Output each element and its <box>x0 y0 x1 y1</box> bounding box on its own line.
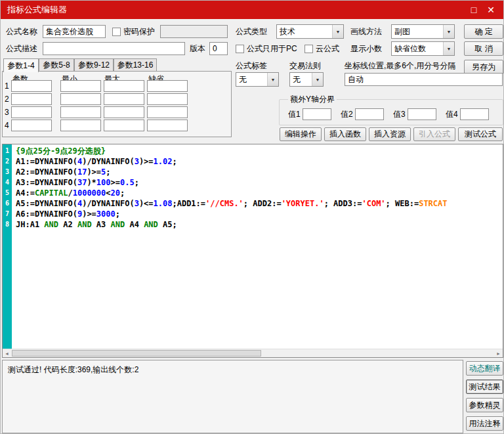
tab-params-1-4[interactable]: 参数1-4 <box>3 58 39 72</box>
line-number: 8 <box>3 219 12 230</box>
usage-note-button[interactable]: 用法注释 <box>466 416 503 431</box>
decimals-combo[interactable]: 缺省位数 ▼ <box>391 41 455 56</box>
tab-params-9-12[interactable]: 参数9-12 <box>74 58 114 72</box>
y-value-label-3: 值3 <box>393 108 406 120</box>
dropdown-arrow-icon[interactable]: ▼ <box>443 42 454 55</box>
dynamic-translate-button[interactable]: 动态翻译 <box>466 361 503 376</box>
line-number: 3 <box>3 167 12 177</box>
code-line[interactable]: A3:=DYNAINFO(37)*100>=0.5; <box>16 177 503 188</box>
password-protect-checkbox[interactable] <box>112 28 121 36</box>
import-formula-button: 引入公式 <box>413 127 455 141</box>
code-line[interactable]: {9点25分-9点29分选股} <box>16 146 503 156</box>
code-line[interactable]: A6:=DYNAINFO(9)>=3000; <box>16 209 503 219</box>
param-input-r3c4[interactable] <box>147 106 188 118</box>
formula-name-label: 公式名称 <box>6 25 37 38</box>
tab-params-13-16[interactable]: 参数13-16 <box>114 58 157 72</box>
code-area[interactable]: {9点25分-9点29分选股}A1:=DYNAINFO(4)/DYNAINFO(… <box>12 144 503 349</box>
password-protect-label[interactable]: 密码保护 <box>123 25 155 38</box>
titlebar: 指标公式编辑器 □ ✕ <box>1 1 503 19</box>
line-number: 1 <box>3 146 12 156</box>
y-value-input-1[interactable] <box>303 108 331 120</box>
scroll-right-icon[interactable]: ► <box>494 349 503 357</box>
param-input-r1c3[interactable] <box>104 80 144 92</box>
code-line[interactable]: A5:=DYNAINFO(4)/DYNAINFO(3)<=1.08;ADD1:=… <box>16 198 503 209</box>
code-line[interactable]: A4:=CAPITAL/1000000<20; <box>16 188 503 198</box>
version-input[interactable]: 0 <box>209 42 228 55</box>
formula-editor-window: 指标公式编辑器 □ ✕ 公式名称 集合竞价选股 密码保护 公式类型 技术 ▼ 画… <box>0 0 504 434</box>
y-value-label-4: 值4 <box>446 108 458 120</box>
dropdown-arrow-icon[interactable]: ▼ <box>267 73 278 86</box>
dropdown-arrow-icon[interactable]: ▼ <box>332 25 343 38</box>
tab-params-5-8[interactable]: 参数5-8 <box>39 58 74 72</box>
status-panel: 测试通过! 代码长度:369,输出线个数:2 <box>2 360 463 433</box>
dropdown-arrow-icon[interactable]: ▼ <box>312 73 323 86</box>
param-wizard-button[interactable]: 参数精灵 <box>466 398 503 412</box>
test-result-button[interactable]: 测试结果 <box>466 380 503 394</box>
insert-resource-button[interactable]: 插入资源 <box>369 127 411 141</box>
formula-name-input[interactable]: 集合竞价选股 <box>43 25 106 38</box>
param-input-r4c2[interactable] <box>60 119 101 131</box>
y-value-input-3[interactable] <box>408 108 436 120</box>
coord-label: 坐标线位置,最多6个,用分号分隔 <box>345 59 455 72</box>
param-input-r4c1[interactable] <box>11 119 52 131</box>
param-row-label-2: 2 <box>5 93 9 106</box>
save-as-button[interactable]: 另存为 <box>464 60 503 74</box>
coord-input[interactable]: 自动 <box>345 73 503 86</box>
decimals-label: 显示小数 <box>350 42 382 55</box>
formula-type-combo[interactable]: 技术 ▼ <box>276 24 344 39</box>
code-line[interactable]: JH:A1 AND A2 AND A3 AND A4 AND A5; <box>16 219 503 230</box>
code-editor[interactable]: 12345678 {9点25分-9点29分选股}A1:=DYNAINFO(4)/… <box>2 144 503 358</box>
close-icon[interactable]: ✕ <box>482 3 499 17</box>
pc-only-label[interactable]: 公式只用于PC <box>247 42 297 55</box>
password-input[interactable] <box>160 25 228 38</box>
formula-desc-input[interactable] <box>43 42 185 55</box>
code-line[interactable]: A2:=DYNAINFO(17)>=5; <box>16 167 503 177</box>
cancel-button[interactable]: 取 消 <box>464 41 503 56</box>
param-row-label-1: 1 <box>5 79 9 93</box>
draw-method-label: 画线方法 <box>350 25 382 38</box>
y-value-input-2[interactable] <box>355 108 384 120</box>
dropdown-arrow-icon[interactable]: ▼ <box>443 25 454 38</box>
pc-only-checkbox[interactable] <box>236 45 244 53</box>
maximize-icon[interactable]: □ <box>465 3 482 17</box>
param-input-r4c4[interactable] <box>147 119 188 131</box>
code-line[interactable]: A1:=DYNAINFO(4)/DYNAINFO(3)>=1.02; <box>16 156 503 167</box>
line-number: 5 <box>3 188 12 198</box>
ok-button[interactable]: 确 定 <box>464 24 503 39</box>
param-row-label-4: 4 <box>5 119 9 132</box>
h-scrollbar[interactable]: ◄ ► <box>3 349 503 357</box>
param-input-r1c4[interactable] <box>147 80 188 92</box>
cloud-formula-label[interactable]: 云公式 <box>316 42 339 55</box>
insert-function-button[interactable]: 插入函数 <box>324 127 366 141</box>
param-input-r3c3[interactable] <box>104 106 144 118</box>
formula-tag-label: 公式标签 <box>236 59 267 72</box>
draw-method-combo[interactable]: 副图 ▼ <box>391 24 455 39</box>
edit-ops-button[interactable]: 编辑操作 <box>280 127 322 141</box>
param-tabs: 参数1-4参数5-8参数9-12参数13-16 <box>1 58 232 72</box>
param-input-r2c3[interactable] <box>104 93 144 105</box>
param-input-r2c2[interactable] <box>60 93 101 105</box>
line-number: 6 <box>3 198 12 209</box>
line-number: 2 <box>3 156 12 167</box>
test-formula-button[interactable]: 测试公式 <box>458 127 503 141</box>
h-scroll-thumb[interactable] <box>12 350 261 357</box>
param-input-r4c3[interactable] <box>104 119 144 131</box>
param-input-r3c1[interactable] <box>11 106 52 118</box>
y-value-label-2: 值2 <box>341 108 353 120</box>
line-number-gutter: 12345678 <box>3 144 12 349</box>
param-input-r1c1[interactable] <box>11 80 52 92</box>
formula-type-label: 公式类型 <box>236 25 267 38</box>
formula-desc-label: 公式描述 <box>6 42 37 55</box>
formula-tag-combo[interactable]: 无 ▼ <box>236 72 279 87</box>
param-input-r2c1[interactable] <box>11 93 52 105</box>
param-input-r1c2[interactable] <box>60 80 101 92</box>
trade-rule-label: 交易法则 <box>289 59 321 72</box>
line-number: 4 <box>3 177 12 188</box>
param-input-r2c4[interactable] <box>147 93 188 105</box>
scroll-left-icon[interactable]: ◄ <box>3 349 11 357</box>
param-input-r3c2[interactable] <box>60 106 101 118</box>
cloud-formula-checkbox[interactable] <box>304 45 313 53</box>
y-value-input-4[interactable] <box>460 108 489 120</box>
trade-rule-combo[interactable]: 无 ▼ <box>289 72 324 87</box>
window-title: 指标公式编辑器 <box>7 4 465 16</box>
